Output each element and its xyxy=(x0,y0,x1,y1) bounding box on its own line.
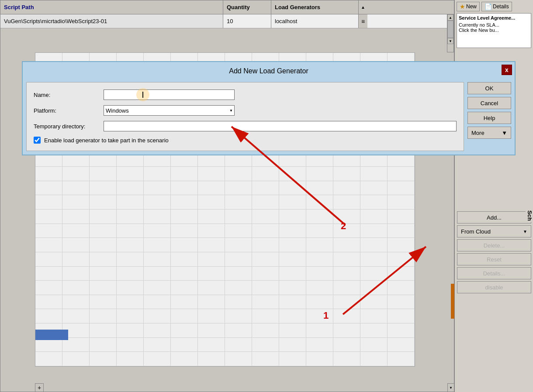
ok-button[interactable]: OK xyxy=(467,82,511,94)
help-button[interactable]: Help xyxy=(467,112,511,124)
details-button[interactable]: 📄 Details xyxy=(481,2,512,11)
name-label: Name: xyxy=(34,92,104,98)
add-button[interactable]: Add... xyxy=(457,211,531,224)
more-button[interactable]: More ▼ xyxy=(467,127,511,139)
more-dropdown-arrow: ▼ xyxy=(502,130,507,136)
cancel-button[interactable]: Cancel xyxy=(467,97,511,109)
enable-checkbox[interactable] xyxy=(34,137,41,144)
delete-button[interactable]: Delete... xyxy=(457,239,531,251)
right-panel: ★ New 📄 Details Service Level Agreeme...… xyxy=(454,0,533,392)
name-row: Name: I xyxy=(34,89,457,100)
details-icon: 📄 xyxy=(485,3,492,10)
sla-text2: Click the New bu... xyxy=(459,28,529,33)
sla-text1: Currently no SLA... xyxy=(459,22,529,28)
from-cloud-button[interactable]: From Cloud ▼ xyxy=(457,225,531,237)
temp-dir-input[interactable] xyxy=(104,121,457,131)
platform-select[interactable]: Windows xyxy=(104,105,235,116)
dialog-action-buttons: OK Cancel Help More ▼ xyxy=(467,82,511,151)
dialog-form: Name: I Platform: Windows Temporary di xyxy=(26,82,464,151)
name-input[interactable] xyxy=(104,89,235,100)
more-label: More xyxy=(471,130,485,136)
temp-dir-label: Temporary directory: xyxy=(34,123,104,130)
new-icon: ★ xyxy=(460,3,465,10)
sla-title: Service Level Agreeme... xyxy=(459,15,529,21)
enable-checkbox-label: Enable load generator to take part in th… xyxy=(44,137,169,144)
sch-label: Sch xyxy=(526,210,533,222)
from-cloud-dropdown-arrow: ▼ xyxy=(523,229,527,234)
from-cloud-label: From Cloud xyxy=(461,228,491,235)
right-panel-top: ★ New 📄 Details xyxy=(457,2,531,11)
disable-button[interactable]: disable xyxy=(457,281,531,293)
platform-label: Platform: xyxy=(34,107,104,114)
reset-button[interactable]: Reset xyxy=(457,253,531,265)
add-load-generator-dialog: Add New Load Generator x Name: I Platfor… xyxy=(22,61,516,155)
temp-dir-row: Temporary directory: xyxy=(34,121,457,131)
dialog-overlay xyxy=(0,0,454,392)
dialog-body: Name: I Platform: Windows Temporary di xyxy=(26,82,511,151)
checkbox-row: Enable load generator to take part in th… xyxy=(34,137,457,144)
dialog-title: Add New Load Generator xyxy=(26,65,511,77)
dialog-close-button[interactable]: x xyxy=(502,65,512,75)
details-action-button[interactable]: Details... xyxy=(457,267,531,279)
platform-row: Platform: Windows xyxy=(34,105,457,116)
new-button[interactable]: ★ New xyxy=(457,2,480,11)
action-buttons-panel: Add... From Cloud ▼ Delete... Reset Deta… xyxy=(455,210,533,295)
sla-box: Service Level Agreeme... Currently no SL… xyxy=(457,13,531,48)
